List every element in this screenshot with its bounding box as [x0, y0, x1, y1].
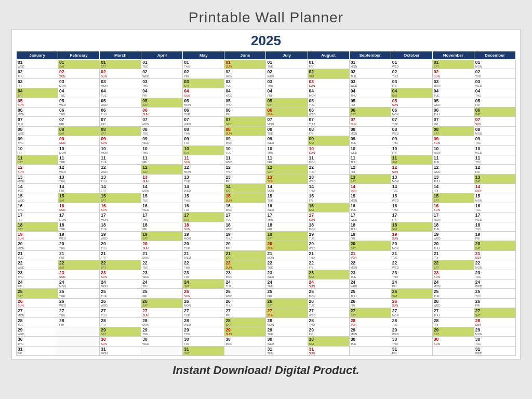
day-cell: 16SAT: [308, 203, 349, 212]
table-row: 08WED08SAT08SAT08TUE08THU08SUN08TUE08FRI…: [17, 126, 516, 136]
table-row: 19SUN19WED19WED19SAT19MON19THU19SAT19TUE…: [17, 232, 516, 241]
day-number: 30: [309, 337, 348, 342]
day-number: 16: [101, 204, 140, 208]
day-name: THU: [184, 332, 223, 336]
day-name: THU: [184, 132, 223, 135]
day-cell: 18TUE: [58, 222, 100, 231]
day-cell: 22SUN: [224, 260, 266, 270]
day-number: 29: [309, 328, 348, 332]
day-cell: 07SUN: [349, 117, 391, 126]
day-cell: 07MON: [266, 117, 308, 126]
day-cell: 30TUE: [474, 337, 515, 346]
day-number: 24: [101, 280, 140, 285]
day-number: 02: [59, 70, 98, 74]
day-cell: 12FRI: [349, 165, 391, 174]
day-number: 01: [18, 60, 57, 65]
day-name: THU: [351, 94, 390, 97]
day-name: WED: [267, 141, 306, 144]
day-cell: 27SUN: [141, 308, 183, 317]
day-number: 17: [59, 213, 98, 218]
day-number: 08: [351, 127, 390, 132]
day-number: 27: [142, 309, 181, 313]
day-cell: 12WED: [432, 165, 474, 174]
day-cell: 11SUN: [183, 155, 224, 164]
day-name: SUN: [225, 199, 264, 202]
day-name: SAT: [184, 218, 223, 221]
day-name: MON: [475, 199, 514, 202]
day-number: 02: [392, 70, 431, 74]
table-row: 05SUN05WED05WED05SAT05MON05THU05SAT05TUE…: [17, 98, 516, 107]
day-number: 14: [392, 184, 431, 189]
month-header-november: November: [432, 51, 474, 60]
day-cell: 21THU: [308, 250, 349, 260]
day-name: THU: [392, 275, 431, 278]
day-cell: 02TUE: [349, 69, 391, 78]
day-cell: 10WED: [349, 145, 391, 155]
day-cell: 09WED: [266, 136, 308, 145]
day-name: SAT: [18, 295, 57, 298]
day-number: 16: [59, 204, 98, 208]
day-cell: 04SAT: [17, 88, 58, 98]
table-row: 11SAT11TUE11TUE11FRI11SUN11WED11FRI11MON…: [17, 155, 516, 164]
day-name: WED: [101, 237, 140, 240]
day-cell: 06SUN: [266, 107, 308, 116]
day-number: 14: [267, 184, 306, 189]
day-number: 05: [267, 99, 306, 103]
day-name: THU: [267, 285, 306, 288]
day-name: SUN: [475, 189, 514, 192]
day-name: TUE: [309, 103, 348, 107]
day-number: 25: [18, 289, 57, 294]
table-row: 01WED01SAT01SAT01TUE01THU01SUN01TUE01FRI…: [17, 60, 516, 69]
day-name: SUN: [101, 208, 140, 211]
day-number: 13: [267, 175, 306, 180]
day-name: FRI: [309, 65, 348, 68]
day-name: SUN: [434, 342, 473, 345]
day-cell: 24MON: [58, 279, 100, 288]
day-number: 27: [434, 309, 473, 313]
day-name: FRI: [267, 161, 306, 164]
day-number: 27: [225, 309, 264, 313]
day-number: 05: [434, 99, 473, 103]
day-number: 10: [267, 147, 306, 151]
day-cell: 24FRI: [17, 279, 58, 288]
day-number: 03: [101, 79, 140, 84]
day-number: 19: [142, 232, 181, 237]
day-name: SAT: [184, 352, 223, 355]
day-number: 07: [392, 117, 431, 122]
day-cell: 23FRI: [183, 270, 224, 279]
day-name: WED: [225, 94, 264, 97]
day-name: MON: [267, 323, 306, 326]
day-cell: 08SAT: [58, 126, 100, 136]
day-number: 04: [351, 89, 390, 94]
day-number: 18: [18, 223, 57, 228]
day-name: FRI: [18, 151, 57, 154]
day-number: 18: [225, 223, 264, 228]
day-name: WED: [392, 332, 431, 336]
day-number: 08: [142, 127, 181, 132]
day-cell: 02SUN: [58, 69, 100, 78]
day-number: 17: [434, 213, 473, 218]
day-cell: 31THU: [266, 346, 308, 355]
day-cell: 28SUN: [349, 317, 391, 327]
day-number: 10: [101, 147, 140, 151]
day-name: THU: [18, 75, 57, 78]
day-cell: 11FRI: [141, 155, 183, 164]
day-cell: 07FRI: [100, 117, 141, 126]
day-cell: 10FRI: [17, 145, 58, 155]
day-cell: 05TUE: [308, 98, 349, 107]
day-name: FRI: [351, 237, 390, 240]
day-cell: 11TUE: [432, 155, 474, 164]
day-name: MON: [351, 199, 390, 202]
day-number: 10: [309, 147, 348, 151]
day-name: MON: [142, 123, 181, 126]
day-cell: 16WED: [266, 203, 308, 212]
day-number: 04: [475, 89, 514, 94]
day-number: 05: [184, 99, 223, 103]
day-number: 21: [434, 251, 473, 256]
day-name: TUE: [475, 75, 514, 78]
day-name: SUN: [309, 218, 348, 221]
day-cell: [224, 346, 266, 355]
day-number: 10: [59, 147, 98, 151]
day-number: 07: [475, 117, 514, 122]
day-cell: 28SUN: [474, 317, 515, 327]
